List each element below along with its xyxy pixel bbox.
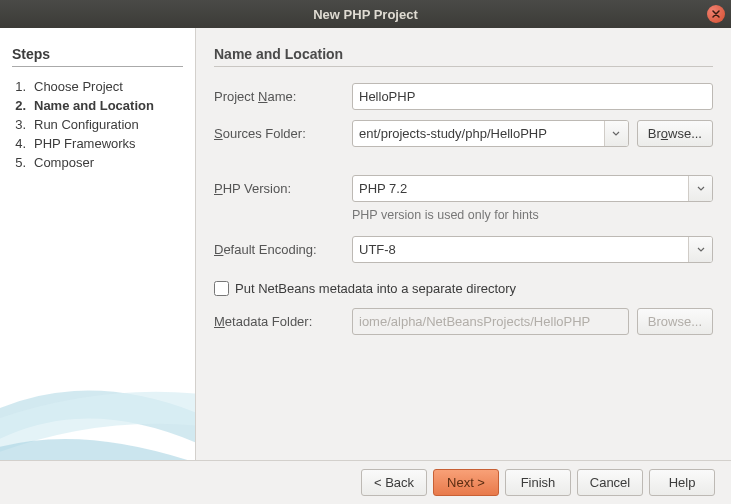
titlebar: New PHP Project bbox=[0, 0, 731, 28]
next-button[interactable]: Next > bbox=[433, 469, 499, 496]
row-php-version: PHP Version: PHP 7.2 bbox=[214, 175, 713, 202]
panel-heading: Name and Location bbox=[214, 46, 713, 67]
steps-sidebar: Steps 1.Choose Project 2.Name and Locati… bbox=[0, 28, 196, 460]
chevron-down-icon bbox=[688, 237, 712, 262]
chevron-down-icon bbox=[604, 121, 628, 146]
wizard-footer: < Back Next > Finish Cancel Help bbox=[0, 460, 731, 504]
row-separate-metadata: Put NetBeans metadata into a separate di… bbox=[214, 281, 713, 296]
step-3: 3.Run Configuration bbox=[12, 115, 183, 134]
sources-folder-select[interactable]: ent/projects-study/php/HelloPHP bbox=[352, 120, 629, 147]
chevron-down-icon bbox=[688, 176, 712, 201]
step-2: 2.Name and Location bbox=[12, 96, 183, 115]
separate-metadata-checkbox[interactable] bbox=[214, 281, 229, 296]
close-icon bbox=[712, 10, 720, 18]
sidebar-decoration bbox=[0, 300, 196, 460]
encoding-label: Default Encoding: bbox=[214, 242, 344, 257]
window-title: New PHP Project bbox=[0, 7, 731, 22]
step-1: 1.Choose Project bbox=[12, 77, 183, 96]
wizard-body: Steps 1.Choose Project 2.Name and Locati… bbox=[0, 28, 731, 460]
row-encoding: Default Encoding: UTF-8 bbox=[214, 236, 713, 263]
metadata-folder-label: Metadata Folder: bbox=[214, 314, 344, 329]
php-version-select[interactable]: PHP 7.2 bbox=[352, 175, 713, 202]
steps-heading: Steps bbox=[12, 46, 183, 67]
project-name-input[interactable] bbox=[352, 83, 713, 110]
metadata-browse-button: Browse... bbox=[637, 308, 713, 335]
php-version-label: PHP Version: bbox=[214, 181, 344, 196]
sources-browse-button[interactable]: Browse... bbox=[637, 120, 713, 147]
steps-list: 1.Choose Project 2.Name and Location 3.R… bbox=[12, 77, 183, 172]
metadata-folder-input: iome/alpha/NetBeansProjects/HelloPHP bbox=[352, 308, 629, 335]
help-button[interactable]: Help bbox=[649, 469, 715, 496]
step-4: 4.PHP Frameworks bbox=[12, 134, 183, 153]
close-button[interactable] bbox=[707, 5, 725, 23]
sources-folder-label: Sources Folder: bbox=[214, 126, 344, 141]
cancel-button[interactable]: Cancel bbox=[577, 469, 643, 496]
row-metadata-folder: Metadata Folder: iome/alpha/NetBeansProj… bbox=[214, 308, 713, 335]
project-name-label: Project Name: bbox=[214, 89, 344, 104]
back-button[interactable]: < Back bbox=[361, 469, 427, 496]
row-project-name: Project Name: bbox=[214, 83, 713, 110]
encoding-select[interactable]: UTF-8 bbox=[352, 236, 713, 263]
finish-button[interactable]: Finish bbox=[505, 469, 571, 496]
main-panel: Name and Location Project Name: Sources … bbox=[196, 28, 731, 460]
step-5: 5.Composer bbox=[12, 153, 183, 172]
separate-metadata-label: Put NetBeans metadata into a separate di… bbox=[235, 281, 516, 296]
row-sources-folder: Sources Folder: ent/projects-study/php/H… bbox=[214, 120, 713, 147]
php-version-hint: PHP version is used only for hints bbox=[352, 208, 713, 222]
